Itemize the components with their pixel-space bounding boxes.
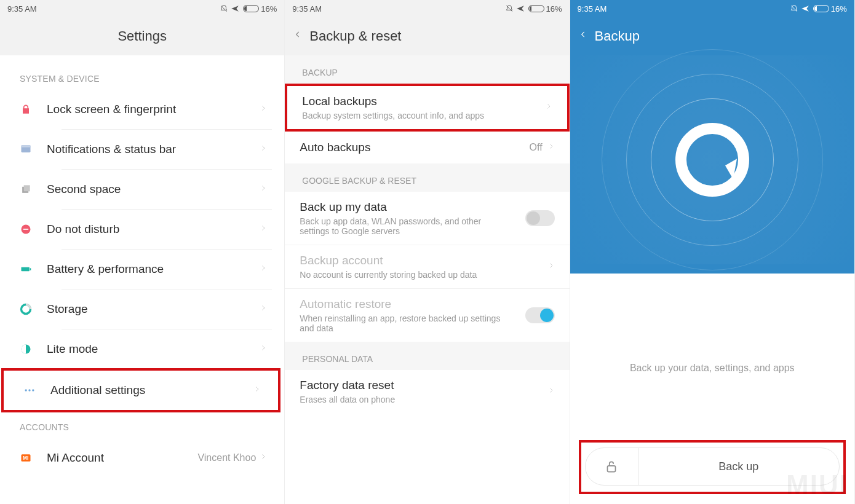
row-battery[interactable]: Battery & performance bbox=[0, 250, 284, 289]
chevron-right-icon bbox=[260, 222, 267, 237]
status-bar-icon bbox=[20, 143, 47, 156]
lock-icon bbox=[20, 103, 47, 116]
row-label: Lock screen & fingerprint bbox=[47, 103, 260, 116]
battery-indicator: 16% bbox=[528, 4, 562, 14]
row-local-backups[interactable]: Local backups Backup system settings, ac… bbox=[287, 86, 567, 129]
svg-point-11 bbox=[28, 389, 30, 391]
row-label: Mi Account bbox=[47, 451, 197, 465]
chevron-right-icon bbox=[260, 142, 267, 157]
row-mi-account[interactable]: MI Mi Account Vincent Khoo bbox=[0, 438, 284, 478]
screen-backup: 9:35 AM 16% Backup Back up your data, se… bbox=[570, 0, 855, 504]
row-label: Factory data reset bbox=[300, 379, 547, 392]
row-additional-settings[interactable]: Additional settings bbox=[4, 371, 278, 410]
chevron-right-icon bbox=[547, 384, 555, 399]
row-value: Vincent Khoo bbox=[197, 452, 256, 463]
row-backup-my-data[interactable]: Back up my data Back up app data, WLAN p… bbox=[285, 192, 569, 245]
chevron-right-icon bbox=[260, 262, 267, 277]
backup-pill: Back up bbox=[585, 447, 840, 486]
svg-rect-15 bbox=[608, 466, 616, 472]
svg-point-12 bbox=[32, 389, 34, 391]
svg-rect-1 bbox=[22, 145, 31, 147]
clock-text: 9:35 AM bbox=[7, 4, 37, 14]
lite-mode-icon bbox=[20, 343, 47, 355]
airplane-icon bbox=[231, 4, 239, 13]
row-lite-mode[interactable]: Lite mode bbox=[0, 329, 284, 369]
section-personal-data: PERSONAL DATA bbox=[285, 342, 569, 370]
chevron-right-icon bbox=[260, 451, 267, 465]
page-title-text: Settings bbox=[117, 28, 167, 44]
svg-rect-7 bbox=[30, 268, 31, 270]
row-dnd[interactable]: Do not disturb bbox=[0, 210, 284, 249]
clock-text: 9:35 AM bbox=[578, 4, 607, 14]
page-title-text: Backup & reset bbox=[309, 28, 401, 44]
row-value: Off bbox=[530, 142, 543, 153]
chevron-right-icon bbox=[260, 182, 267, 197]
chevron-right-icon bbox=[260, 302, 267, 317]
row-sub: No account is currently storing backed u… bbox=[300, 270, 509, 280]
row-label: Additional settings bbox=[50, 384, 253, 397]
backup-graphic bbox=[570, 55, 854, 264]
status-bar: 9:35 AM 16% bbox=[0, 0, 284, 17]
row-label: Storage bbox=[47, 302, 260, 316]
section-google-backup: GOOGLE BACKUP & RESET bbox=[285, 163, 569, 192]
row-sub: When reinstalling an app, restore backed… bbox=[300, 313, 509, 333]
status-bar: 9:35 AM 16% bbox=[570, 0, 854, 17]
row-backup-account: Backup account No account is currently s… bbox=[285, 245, 569, 288]
row-label: Second space bbox=[47, 183, 260, 196]
backup-button[interactable]: Back up bbox=[638, 448, 839, 485]
svg-rect-5 bbox=[23, 229, 28, 230]
row-label: Battery & performance bbox=[47, 262, 260, 276]
chevron-right-icon bbox=[547, 140, 555, 155]
row-label: Back up my data bbox=[300, 200, 525, 214]
more-icon bbox=[23, 384, 50, 396]
row-factory-reset[interactable]: Factory data reset Erases all data on ph… bbox=[285, 370, 569, 413]
screen-backup-reset: 9:35 AM 16% Backup & reset BACKUP Local … bbox=[285, 0, 570, 504]
row-label: Auto backups bbox=[300, 141, 529, 154]
battery-text: 16% bbox=[546, 4, 562, 14]
airplane-icon bbox=[516, 4, 525, 13]
back-button[interactable] bbox=[293, 28, 302, 45]
alarm-off-icon bbox=[505, 4, 514, 13]
status-bar: 9:35 AM 16% bbox=[285, 0, 569, 17]
alarm-off-icon bbox=[220, 4, 228, 13]
refresh-icon bbox=[675, 123, 749, 197]
chevron-right-icon bbox=[545, 100, 552, 115]
page-title-text: Backup bbox=[595, 28, 640, 44]
battery-text: 16% bbox=[831, 4, 847, 14]
chevron-right-icon bbox=[253, 383, 261, 398]
row-label: Automatic restore bbox=[300, 297, 525, 311]
unlock-icon bbox=[603, 459, 619, 474]
section-system-device: SYSTEM & DEVICE bbox=[0, 63, 284, 90]
chevron-right-icon bbox=[260, 102, 267, 117]
row-sub: Backup system settings, account info, an… bbox=[302, 111, 511, 120]
row-lock-screen[interactable]: Lock screen & fingerprint bbox=[0, 90, 284, 129]
svg-point-10 bbox=[25, 389, 27, 391]
row-auto-backups[interactable]: Auto backups Off bbox=[285, 132, 569, 163]
chevron-right-icon bbox=[547, 259, 555, 274]
backup-button-label: Back up bbox=[718, 460, 758, 473]
back-button[interactable] bbox=[579, 28, 587, 45]
page-title: Settings bbox=[0, 17, 284, 55]
row-second-space[interactable]: Second space bbox=[0, 170, 284, 209]
chevron-right-icon bbox=[260, 342, 267, 356]
row-label: Backup account bbox=[300, 254, 547, 267]
svg-text:MI: MI bbox=[23, 455, 28, 461]
toggle-auto-restore[interactable] bbox=[525, 307, 555, 323]
svg-rect-3 bbox=[24, 185, 30, 191]
row-label: Lite mode bbox=[47, 342, 260, 356]
battery-indicator: 16% bbox=[813, 4, 847, 14]
unlock-button[interactable] bbox=[586, 448, 638, 485]
screen-settings: 9:35 AM 16% Settings SYSTEM & DEVICE Loc… bbox=[0, 0, 285, 504]
row-sub: Back up app data, WLAN passwords, and ot… bbox=[300, 216, 509, 236]
svg-rect-6 bbox=[22, 267, 30, 272]
row-storage[interactable]: Storage bbox=[0, 289, 284, 329]
row-notifications[interactable]: Notifications & status bar bbox=[0, 130, 284, 169]
toggle-backup-data[interactable] bbox=[525, 210, 555, 226]
section-backup: BACKUP bbox=[285, 55, 569, 84]
backup-message: Back up your data, settings, and apps bbox=[570, 363, 854, 374]
section-accounts: ACCOUNTS bbox=[0, 411, 284, 438]
battery-text: 16% bbox=[261, 4, 277, 14]
row-automatic-restore[interactable]: Automatic restore When reinstalling an a… bbox=[285, 288, 569, 342]
row-sub: Erases all data on phone bbox=[300, 395, 509, 404]
second-space-icon bbox=[20, 183, 47, 195]
